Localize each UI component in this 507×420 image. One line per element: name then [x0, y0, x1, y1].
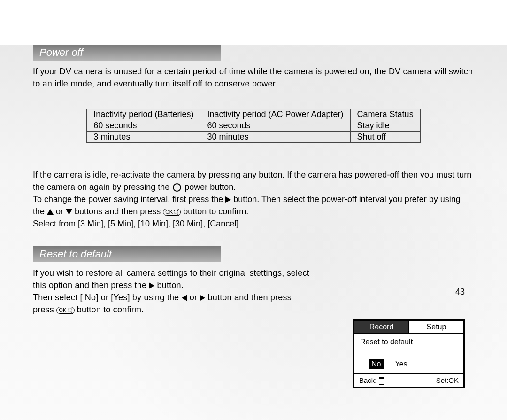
- table-row: 3 minutes 30 minutes Shut off: [87, 132, 420, 143]
- power-off-intro: If your DV camera is unused for a certai…: [33, 65, 474, 90]
- table-row: Inactivity period (Batteries) Inactivity…: [87, 109, 420, 120]
- right-arrow-icon: [200, 295, 205, 301]
- right-arrow-icon: [149, 282, 154, 289]
- lcd-option-no: No: [369, 359, 384, 369]
- lcd-back-label: Back:: [359, 376, 384, 385]
- page-number: 43: [455, 287, 465, 297]
- inactivity-table: Inactivity period (Batteries) Inactivity…: [86, 109, 420, 143]
- right-arrow-icon: [225, 196, 231, 203]
- lcd-title: Reset to default: [360, 338, 458, 346]
- up-arrow-icon: [47, 209, 54, 215]
- left-arrow-icon: [182, 295, 187, 301]
- ok-button-icon: OK: [56, 307, 74, 314]
- th-status: Camera Status: [350, 109, 420, 120]
- power-off-body: If the camera is idle, re-activate the c…: [33, 169, 474, 230]
- reset-body: If you wish to restore all camera settin…: [33, 267, 324, 316]
- lcd-set-label: Set:OK: [436, 376, 459, 385]
- lcd-illustration: Record Setup Reset to default No Yes Bac…: [353, 319, 465, 388]
- lcd-option-yes: Yes: [392, 359, 410, 369]
- lcd-tab-setup: Setup: [408, 321, 463, 334]
- lcd-tab-record: Record: [354, 321, 408, 334]
- down-arrow-icon: [66, 209, 72, 215]
- section-heading-power-off: Power off: [33, 45, 221, 61]
- trash-icon: [379, 377, 384, 385]
- th-ac: Inactivity period (AC Power Adapter): [200, 109, 350, 120]
- table-row: 60 seconds 60 seconds Stay idle: [87, 120, 420, 132]
- ok-button-icon: OK: [163, 209, 181, 216]
- power-icon: [173, 183, 181, 192]
- section-heading-reset: Reset to default: [33, 246, 221, 262]
- th-batteries: Inactivity period (Batteries): [87, 109, 200, 120]
